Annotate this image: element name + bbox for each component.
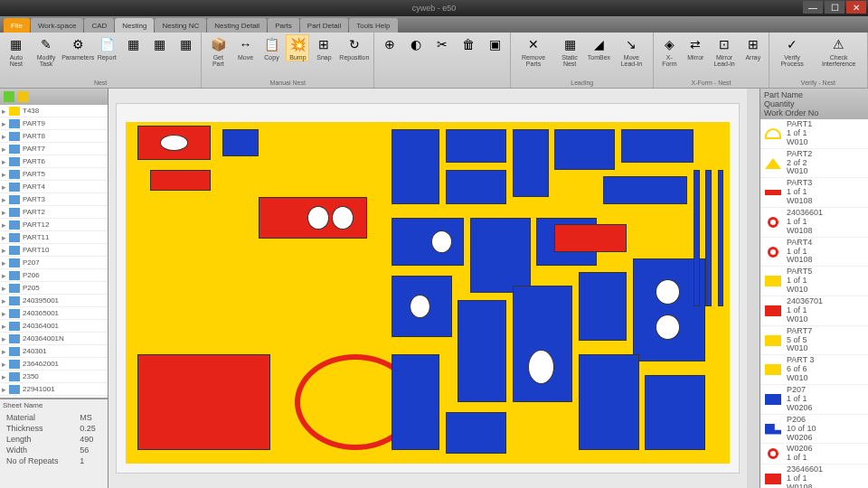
- summary-wo: W0108: [787, 197, 813, 206]
- part-tree[interactable]: ▸T438▸PART9▸PART8▸PART7▸PART6▸PART5▸PART…: [0, 105, 108, 398]
- check-interference-button[interactable]: ⚠Check Interference: [814, 34, 863, 68]
- part-thumb-icon: [765, 424, 781, 435]
- part-tree-item[interactable]: ▸PART3: [0, 193, 108, 206]
- tab-work-space[interactable]: Work-space: [31, 18, 84, 33]
- canvas[interactable]: [108, 89, 747, 488]
- part-tree-item[interactable]: ▸PART6: [0, 155, 108, 168]
- swatch-green-icon[interactable]: [4, 91, 14, 102]
- summary-wo: W010: [787, 315, 823, 324]
- mirror-lead-in-button[interactable]: ⊡Mirror Lead-in: [710, 34, 739, 68]
- reposition-button[interactable]: ↻Reposition: [338, 34, 370, 61]
- tombex-button[interactable]: ◢TomBex: [587, 34, 610, 61]
- summary-row[interactable]: PART22 of 2W010: [760, 149, 868, 179]
- part-tree-item[interactable]: ▸PART10: [0, 244, 108, 257]
- part-tree-item[interactable]: ▸22941001: [0, 383, 108, 396]
- summary-row[interactable]: PART 36 of 6W010: [760, 355, 868, 385]
- tab-parts[interactable]: Parts: [268, 18, 299, 33]
- part-tree-item[interactable]: ▸236462001: [0, 358, 108, 371]
- remove-parts-button[interactable]: ✕Remove Parts: [514, 34, 552, 68]
- ribbon-icon: ◢: [590, 35, 608, 53]
- part-tree-item[interactable]: ▸PART2: [0, 206, 108, 219]
- parameters-button[interactable]: ⚙Parameters: [63, 34, 92, 61]
- tab-file[interactable]: File: [4, 18, 30, 33]
- tab-nesting[interactable]: Nesting: [115, 18, 154, 33]
- part-tree-item[interactable]: ▸240364001: [0, 320, 108, 333]
- swatch-yellow-icon[interactable]: [18, 91, 29, 102]
- summary-row[interactable]: PART11 of 1W010: [760, 119, 868, 149]
- part-tree-item[interactable]: ▸P206: [0, 269, 108, 282]
- icon-button[interactable]: ▦: [174, 34, 197, 54]
- right-panel-header: Part Name Quantity Work Order No: [760, 89, 868, 119]
- ribbon-group-label: Leading: [571, 80, 593, 86]
- summary-row[interactable]: 236466011 of 1W0108: [760, 465, 868, 488]
- summary-row[interactable]: PART31 of 1W0108: [760, 178, 868, 208]
- icon-button[interactable]: ◐: [404, 34, 428, 54]
- part-tree-item[interactable]: ▸T438: [0, 105, 108, 117]
- part-tree-item[interactable]: ▸240364001N: [0, 333, 108, 345]
- tab-tools-help[interactable]: Tools Help: [349, 18, 397, 33]
- part-tree-item[interactable]: ▸PART7: [0, 143, 108, 155]
- summary-row[interactable]: PART75 of 5W010: [760, 326, 868, 356]
- move-lead-in-button[interactable]: ↘Move Lead-in: [613, 34, 649, 68]
- mirror-button[interactable]: ⇄Mirror: [684, 34, 707, 61]
- part-tree-item[interactable]: ▸240395001: [0, 295, 108, 307]
- part-name: 240365001: [23, 309, 59, 317]
- part-tree-item[interactable]: ▸240365001: [0, 307, 108, 320]
- get-part-button[interactable]: 📦Get Part: [205, 34, 231, 68]
- summary-row[interactable]: P20610 of 10W0206: [760, 415, 868, 445]
- ribbon-icon: ✓: [783, 35, 801, 53]
- property-cell: Material: [5, 413, 76, 422]
- icon-button[interactable]: ▦: [147, 34, 171, 54]
- report-button[interactable]: 📄Report: [95, 34, 118, 61]
- icon-button[interactable]: 🗑: [457, 34, 480, 54]
- snap-button[interactable]: ⊞Snap: [312, 34, 335, 61]
- bump-button[interactable]: 💥Bump: [286, 34, 309, 61]
- part-tree-item[interactable]: ▸P207: [0, 257, 108, 269]
- verify-process-button[interactable]: ✓Verify Process: [773, 34, 811, 68]
- icon-button[interactable]: ✂: [430, 34, 454, 54]
- summary-row[interactable]: PART51 of 1W010: [760, 267, 868, 296]
- part-tree-item[interactable]: ▸PART9: [0, 117, 108, 130]
- x-form-button[interactable]: ◈X-Form: [657, 34, 681, 68]
- ribbon-icon: ▣: [486, 35, 504, 53]
- part-tree-item[interactable]: ▸PART12: [0, 219, 108, 231]
- vertical-scrollbar[interactable]: [747, 89, 760, 488]
- col-partname: Part Name: [764, 90, 864, 99]
- tab-part-detail[interactable]: Part Detail: [300, 18, 348, 33]
- nesting-sheet[interactable]: [116, 103, 740, 474]
- icon-button[interactable]: ▦: [121, 34, 145, 54]
- part-tree-item[interactable]: ▸PART11: [0, 231, 108, 244]
- icon-button[interactable]: ⊕: [378, 34, 401, 54]
- tab-nesting-detail[interactable]: Nesting Detail: [207, 18, 267, 33]
- summary-row[interactable]: 240367011 of 1W010: [760, 296, 868, 326]
- part-summary-list[interactable]: PART11 of 1W010PART22 of 2W010PART31 of …: [760, 119, 868, 488]
- expand-icon: ▸: [2, 208, 6, 217]
- array-button[interactable]: ⊞Array: [741, 34, 765, 61]
- summary-row[interactable]: 240366011 of 1W0108: [760, 208, 868, 238]
- summary-row[interactable]: P2071 of 1W0206: [760, 385, 868, 415]
- part-tree-item[interactable]: ▸P205: [0, 282, 108, 295]
- auto-nest-button[interactable]: ▦Auto Nest: [4, 34, 29, 68]
- tab-nesting-nc[interactable]: Nesting NC: [155, 18, 206, 33]
- part-name: PART11: [23, 233, 50, 241]
- part-tree-item[interactable]: ▸PART5: [0, 168, 108, 181]
- maximize-button[interactable]: ☐: [825, 1, 844, 14]
- close-button[interactable]: ✕: [846, 1, 866, 14]
- summary-row[interactable]: PART41 of 1W0108: [760, 238, 868, 267]
- static-nest-button[interactable]: ▦Static Nest: [555, 34, 585, 68]
- ribbon-tabs: FileWork-spaceCADNestingNesting NCNestin…: [0, 16, 868, 33]
- summary-wo: W010: [787, 374, 815, 383]
- summary-row[interactable]: W02061 of 1: [760, 444, 868, 465]
- modify-task-button[interactable]: ✎Modify Task: [32, 34, 61, 68]
- copy-button[interactable]: 📋Copy: [259, 34, 283, 61]
- tab-cad[interactable]: CAD: [84, 18, 114, 33]
- move-button[interactable]: ↔Move: [233, 34, 257, 61]
- icon-button[interactable]: ▣: [483, 34, 506, 54]
- part-tree-item[interactable]: ▸PART4: [0, 181, 108, 193]
- part-name: 22941001: [23, 385, 55, 393]
- part-tree-item[interactable]: ▸240301: [0, 345, 108, 358]
- part-tree-item[interactable]: ▸2350: [0, 371, 108, 383]
- minimize-button[interactable]: —: [803, 1, 823, 14]
- expand-icon: ▸: [2, 183, 6, 192]
- part-tree-item[interactable]: ▸PART8: [0, 130, 108, 143]
